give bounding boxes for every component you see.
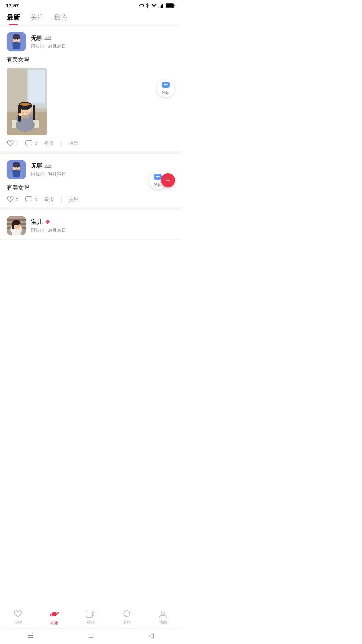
like-count-1: 1 [16,140,18,146]
post-image-1[interactable] [7,68,47,135]
post-card-1: 无聊 阿拉尔 | 04月24日 有美女吗 [0,26,181,154]
comment-count-2: 0 [34,197,37,202]
svg-point-58 [18,168,19,169]
svg-rect-44 [26,141,32,145]
svg-point-67 [157,176,158,177]
block-link-2[interactable]: 拉黑 [69,196,79,203]
comment-icon-2 [25,196,33,203]
svg-point-16 [17,39,18,40]
signal-icon [158,3,164,8]
battery-icon [166,3,175,8]
like-icon-1 [7,140,14,147]
diamond-badge-3 [44,219,51,225]
post-card-3: 宝儿 阿拉尔 | 04月09日 [0,210,181,240]
svg-point-54 [17,167,18,168]
svg-point-80 [18,224,19,225]
user-name-3: 宝儿 [31,218,42,226]
svg-point-62 [47,166,48,167]
avatar-2[interactable] [7,160,26,179]
private-button-1[interactable]: 私信 [157,80,174,97]
tab-latest[interactable]: 最新 [7,13,20,25]
svg-point-66 [156,176,157,177]
svg-rect-0 [140,4,143,7]
svg-point-47 [165,84,166,85]
like-count-2: 0 [16,197,18,202]
svg-rect-78 [12,229,21,235]
add-button[interactable]: + [161,173,175,187]
svg-point-23 [44,39,45,40]
svg-point-63 [51,166,52,167]
post-card-2: 无聊 阿拉尔 | 04月24日 有美女吗 0 [0,154,181,210]
report-link-1[interactable]: 举报 [44,140,54,146]
post-actions-2: 0 0 举报 | 拉黑 [7,196,174,203]
user-meta-3: 阿拉尔 | 04月09日 [31,227,66,233]
private-label-1: 私信 [162,90,169,95]
svg-point-15 [15,39,16,40]
private-chat-icon-1 [161,82,170,90]
svg-point-20 [18,40,19,41]
svg-rect-28 [28,70,45,103]
tab-following[interactable]: 关注 [30,13,44,25]
svg-point-4 [154,7,154,8]
user-meta-1: 阿拉尔 | 04月24日 [31,43,66,49]
post-photo-1 [7,68,47,135]
svg-rect-39 [33,105,35,120]
svg-point-25 [51,39,52,40]
comment-button-1[interactable]: 0 [25,140,37,147]
user-info-2: 无聊 阿拉尔 | 04月24日 [31,162,66,177]
svg-point-61 [44,167,45,168]
svg-point-41 [22,108,24,110]
user-name-1: 无聊 [31,34,42,42]
comment-button-2[interactable]: 0 [25,196,37,203]
svg-rect-60 [45,167,51,168]
svg-point-18 [12,42,21,45]
svg-point-48 [166,84,168,85]
vibrate-icon [139,3,144,8]
action-divider-2: | [61,197,62,202]
avatar-1[interactable] [7,32,26,51]
svg-rect-7 [161,5,162,8]
user-name-row-2: 无聊 [31,162,66,170]
avatar-image-2 [7,160,26,179]
action-divider-1: | [61,140,62,146]
user-name-2: 无聊 [31,162,42,170]
svg-rect-6 [160,6,161,8]
svg-rect-10 [166,4,173,7]
private-label-2: 私信 [154,182,161,187]
tab-mine[interactable]: 我的 [54,13,67,25]
status-bar: 17:57 [0,0,181,10]
status-icons [139,3,175,8]
svg-rect-14 [13,35,20,39]
svg-point-43 [18,113,23,116]
report-link-2[interactable]: 举报 [44,196,54,203]
svg-point-46 [164,84,165,85]
user-meta-2: 阿拉尔 | 04月24日 [31,171,66,177]
post-actions-1: 1 0 举报 | 拉黑 [7,140,174,147]
tab-header: 最新 关注 我的 [0,10,181,26]
post-text-1: 有美女吗 [7,55,174,64]
user-name-row-3: 宝儿 [31,218,66,226]
status-time: 17:57 [6,3,19,8]
svg-point-40 [20,103,31,106]
user-name-row-1: 无聊 [31,34,66,42]
bluetooth-icon [145,3,149,8]
post-header-3: 宝儿 阿拉尔 | 04月09日 [7,216,174,235]
comment-icon-1 [25,140,33,147]
svg-point-24 [47,38,48,39]
avatar-3[interactable] [7,216,26,235]
svg-point-57 [13,168,15,169]
crown-badge-1 [44,35,52,41]
svg-rect-77 [12,223,14,229]
post-header-1: 无聊 阿拉尔 | 04月24日 [7,32,174,51]
svg-rect-8 [162,4,163,8]
block-link-1[interactable]: 拉黑 [69,140,79,146]
svg-point-53 [15,167,16,168]
svg-rect-64 [26,197,32,201]
svg-rect-5 [158,7,159,8]
like-button-2[interactable]: 0 [7,196,18,203]
svg-rect-1 [139,5,140,6]
like-button-1[interactable]: 1 [7,140,18,147]
crown-badge-2 [44,163,52,169]
float-buttons-2: 私信 + [149,172,175,189]
comment-count-1: 0 [34,140,37,146]
